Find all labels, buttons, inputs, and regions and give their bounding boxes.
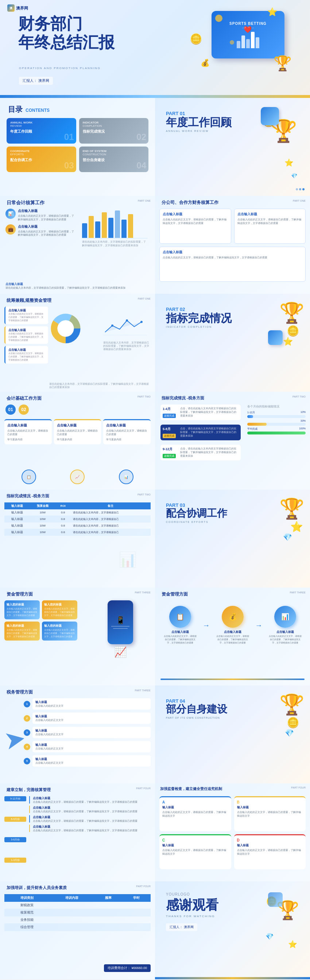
slide5-cell1-title: 点击输入标题 bbox=[163, 212, 228, 217]
part01-title-cn: 年度工作回顾 bbox=[166, 116, 232, 128]
part04-title: 部分自身建设 bbox=[166, 704, 227, 715]
cell-2-1: 输入标题 bbox=[5, 516, 30, 522]
slide6-title: 统筹兼顾,规整资金管理 bbox=[6, 298, 51, 304]
slide14-item2: 2 输入标题 点击输入此处的正文文字 bbox=[24, 713, 150, 724]
part03-num: PART 03 bbox=[166, 503, 227, 508]
slide-fund-flow: 资金管理方面 PART THREE 📋 点击输入标题 点击输入此处的正文文字，请… bbox=[155, 587, 310, 686]
row-contents-part01: 目录 CONTENTS ANNUAL WORK REVIEW 年度工作回顾 01… bbox=[0, 98, 310, 196]
slide6-item2-text: 点击输入此处的正文文字，请根据自己的需要，了解并编辑这段文字，文字请根据自己的需… bbox=[8, 332, 45, 342]
item2-dot: 2 bbox=[24, 715, 30, 722]
slide16-timeline: 点击输入标题 点击输入此处的正文文字，请根据自己的需要，了解并编辑这段文字，文字… bbox=[29, 796, 150, 832]
cell-1-4: 请在此处输入文本内容，文字请根据自己 bbox=[71, 509, 150, 516]
slide8-cards: 点击输入标题 点击输入此处的正文文字，请根据自己的需要 学习更多内容 点击输入标… bbox=[5, 419, 150, 444]
cell-a-label: A bbox=[162, 800, 228, 804]
item3-title: 输入标题 bbox=[35, 729, 148, 733]
period-3-text: 点击，请在此处输入文本内容文字请根据自己的实际需要，了解并编辑这段文字，文字请根… bbox=[180, 447, 239, 458]
circle1: 📋 bbox=[22, 469, 36, 484]
progress-bar-1 bbox=[247, 415, 305, 418]
period-3-label: 9-12月 bbox=[163, 447, 177, 452]
thanks-deco: 🏆 🪙 ⭐ 💎 bbox=[244, 889, 306, 969]
entry4-title: 点击输入标题 bbox=[33, 825, 150, 829]
entry2-detail: 点击输入此处的正文文字，请根据自己的需要，了解并编辑这段文字，文字请根据自己的需… bbox=[33, 810, 150, 813]
slide5-cell2: 点击输入标题 点击输入此处的正文文字，请根据自己的需要，了解并编辑这段文字，文字… bbox=[234, 208, 306, 244]
slide18-part: PART FOUR bbox=[136, 885, 150, 888]
slide14-title: 税务管理方面 bbox=[6, 689, 33, 695]
thanks-reporter: 汇报人： 澳界网 bbox=[166, 923, 197, 931]
entry1-title: 点击输入标题 bbox=[33, 796, 150, 800]
slide17-grid: A 输入标题 点击输入此处的正文文字，请根据自己的需要，了解并编辑这段文字 B … bbox=[160, 796, 305, 869]
part04-trophy: 🏆 bbox=[279, 693, 305, 716]
timeline-item-3: 9-12月 超额完成 点击，请在此处输入文本内容文字请根据自己的实际需要，了解并… bbox=[160, 445, 241, 460]
chart-hand-icon: 📈 bbox=[114, 646, 127, 658]
part02-trophy: 🏆 bbox=[279, 301, 305, 325]
period-2-tag: 超额完成 bbox=[163, 434, 176, 438]
slide4-block2: 💼 点击输入标题 点击输入此处的正文文字，请根据自己的需要，了解并编辑这段文字，… bbox=[5, 224, 75, 237]
slide16-title: 建章立制，完善核算管理 bbox=[6, 787, 51, 792]
item1-subtitle2: REVIEW bbox=[10, 124, 73, 127]
item2-card: 输入标题 点击输入此处的正文文字 bbox=[32, 713, 150, 724]
phone-shape: 📱 bbox=[108, 600, 133, 644]
reporter-name: 澳界网 bbox=[38, 79, 49, 83]
slide8-card1-title: 点击输入标题 bbox=[7, 423, 49, 428]
cell-b-label: B bbox=[237, 800, 303, 804]
period-3: 9-12月 超额完成 bbox=[163, 447, 177, 458]
slide9-timeline: 1-4月 超额完成 点击，请在此处输入文本内容文字请根据自己的实际需要，了解并编… bbox=[160, 404, 241, 460]
slide5-part: PART ONE bbox=[293, 199, 305, 202]
period-1-3: 1-3月份 bbox=[5, 858, 26, 863]
table-row: 输入标题 10W 0.8 请在此处输入文本内容，文字请根据自己 bbox=[5, 529, 150, 536]
slide13-part: PART THREE bbox=[290, 591, 305, 594]
node-3-circle: 📊 bbox=[274, 606, 296, 628]
slide5-cell3-title: 点击输入标题 bbox=[163, 250, 302, 255]
contents-grid: ANNUAL WORK REVIEW 年度工作回顾 01 INDICATOR C… bbox=[6, 118, 149, 172]
part01-star: ⭐ bbox=[285, 158, 294, 167]
tr2-hours bbox=[123, 909, 150, 916]
entry3-detail: 点击输入此处的正文文字，请根据自己的需要，了解并编辑这段文字，文字请根据自己的需… bbox=[33, 819, 150, 822]
th-freq: 频率 bbox=[95, 894, 123, 902]
period-1-label: 1-4月 bbox=[163, 407, 177, 411]
slide12-item4: 输入您的标题 点击输入此处的正文文字，请根据自己的需要，了解并编辑这段文字，文字… bbox=[42, 622, 78, 641]
slide10-title: 指标完成情况 -税务方面 bbox=[6, 493, 49, 499]
slide16-part: PART FOUR bbox=[136, 787, 150, 790]
cell-3-1: 输入标题 bbox=[5, 522, 30, 529]
part01-number: PART 01 年度工作回顾 ANNUAL WORK REVIEW bbox=[166, 111, 232, 132]
slide4-icon1: 📊 bbox=[5, 208, 16, 219]
cover-decoration: SPORTS BETTING — LIVE — 🏆 🪙 💰 ⭐ ❤️ bbox=[186, 4, 296, 95]
tr2-content bbox=[49, 909, 94, 916]
slide5-cell3-text: 点击输入此处的正文文字，请根据自己的需要，了解并编辑这段文字，文字请根据自己的需… bbox=[163, 256, 302, 259]
th-4: 备注 bbox=[71, 503, 150, 509]
item1-card: 输入标题 点击输入此处的正文文字 bbox=[32, 698, 150, 710]
slide8-badges: 01 02 bbox=[5, 404, 29, 415]
thanks-box bbox=[268, 892, 283, 907]
heart-icon: ❤️ bbox=[244, 25, 251, 33]
chart-baseline bbox=[82, 238, 148, 239]
slide6-item3-text: 点击输入此处的正文文字，请根据自己的需要，了解并编辑这段文字，文字请根据自己的需… bbox=[8, 352, 45, 362]
item2-title: 指标完成情况 bbox=[83, 129, 145, 134]
slide-part02: PART 02 指标完成情况 INDICATOR COMPLETION 🏆 🪙 … bbox=[155, 294, 310, 392]
slide4-note: 请在此处输入文本内容，文字请根据自己的实际需要，了解并编辑这段文字，文字请根据自… bbox=[5, 286, 150, 290]
contents-item-1: ANNUAL WORK REVIEW 年度工作回顾 01 bbox=[6, 118, 76, 143]
arrow-2: → bbox=[255, 621, 263, 630]
period-3-tag: 超额完成 bbox=[163, 454, 176, 458]
slide4-ph1: 点击输入标题 bbox=[18, 208, 75, 213]
prog-label-3: 平均完成100% bbox=[247, 427, 305, 431]
slide4-desc1: 点击输入此处的正文文字，请根据自己的需要，了解并编辑这段文字，文字请根据自己的需… bbox=[18, 214, 75, 221]
slide8-card1-sub: 学习更多内容 bbox=[7, 438, 49, 441]
slide16-entry-4: 点击输入标题 点击输入此处的正文文字，请根据自己的需要，了解并编辑这段文字，文字… bbox=[29, 825, 150, 832]
item1-title: 年度工作回顾 bbox=[10, 129, 73, 134]
slide8-card2-sub: 学习更多内容 bbox=[57, 438, 98, 441]
cell-c-text: 点击输入此处的正文文字，请根据自己的需要，了解并编辑这段文字 bbox=[162, 848, 228, 856]
item4-title: 输入标题 bbox=[35, 743, 148, 747]
badge-02: 02 bbox=[19, 404, 29, 415]
thanks-reporter-label: 汇报人： bbox=[169, 925, 183, 929]
part03-trophy: 🏆 bbox=[279, 497, 305, 521]
slide16-entry-1: 点击输入标题 点击输入此处的正文文字，请根据自己的需要，了解并编辑这段文字，文字… bbox=[29, 796, 150, 803]
row-slides-14-15: 税务管理方面 PART THREE ➤ 1 输入标题 点击输入此处的正文文字 2… bbox=[0, 686, 310, 783]
slide-cover: 澳 澳界网 财务部门 年终总结汇报 OPERATION AND PROMOTIO… bbox=[0, 0, 310, 98]
thanks-title: 感谢观看 bbox=[166, 898, 218, 912]
slide12-title: 资金管理方面 bbox=[6, 591, 33, 597]
slide6-pie bbox=[49, 312, 82, 345]
item4-text: 点击输入此处的正文文字 bbox=[35, 747, 148, 751]
cell-d-label: D bbox=[237, 838, 303, 842]
line-chart-svg bbox=[103, 310, 147, 339]
item2-num: 02 bbox=[136, 132, 146, 142]
